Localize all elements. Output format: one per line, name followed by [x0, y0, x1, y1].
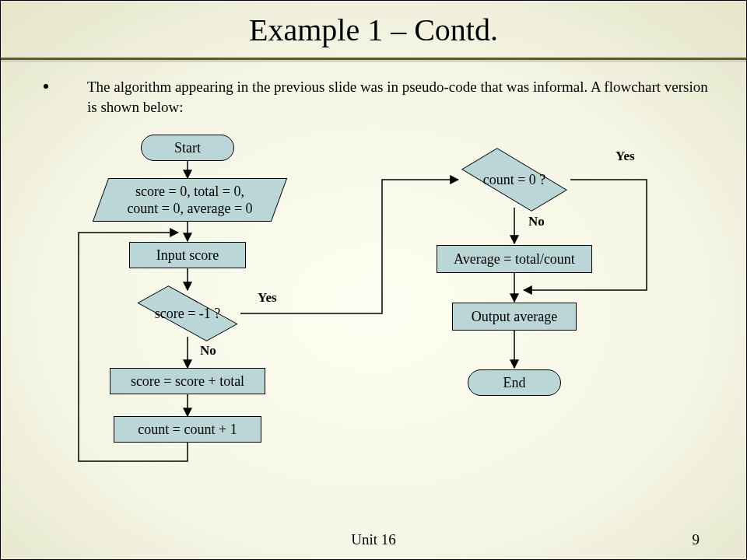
- node-init: score = 0, total = 0, count = 0, average…: [100, 178, 279, 222]
- node-end: End: [468, 369, 561, 396]
- slide-title: Example 1 – Contd.: [1, 1, 746, 58]
- bullet-dot: [44, 84, 48, 89]
- init-line1: score = 0, total = 0,: [100, 183, 279, 201]
- title-rule: [1, 58, 746, 60]
- label-no-1: No: [200, 343, 216, 359]
- node-average: Average = total/count: [437, 245, 592, 273]
- flowchart: Start score = 0, total = 0, count = 0, a…: [71, 135, 693, 516]
- bullet-text: The algorithm appearing in the previous …: [87, 77, 715, 117]
- label-yes-2: Yes: [615, 149, 635, 164]
- node-decision-score: score = -1 ?: [135, 290, 240, 337]
- label-no-2: No: [528, 214, 545, 229]
- node-input: Input score: [129, 242, 246, 268]
- decision-score-text: score = -1 ?: [155, 305, 221, 323]
- footer-unit: Unit 16: [1, 531, 746, 548]
- decision-count-text: count = 0 ?: [483, 171, 546, 189]
- node-start: Start: [141, 135, 234, 161]
- node-init-text: score = 0, total = 0, count = 0, average…: [100, 183, 279, 218]
- node-score-total: score = score + total: [110, 368, 265, 394]
- label-yes-1: Yes: [258, 290, 277, 306]
- node-output: Output average: [452, 303, 577, 331]
- init-line2: count = 0, average = 0: [100, 200, 279, 218]
- bullet-row: The algorithm appearing in the previous …: [1, 77, 746, 117]
- node-count-inc: count = count + 1: [114, 416, 261, 443]
- footer-page-number: 9: [693, 531, 700, 548]
- node-decision-count: count = 0 ?: [458, 152, 570, 208]
